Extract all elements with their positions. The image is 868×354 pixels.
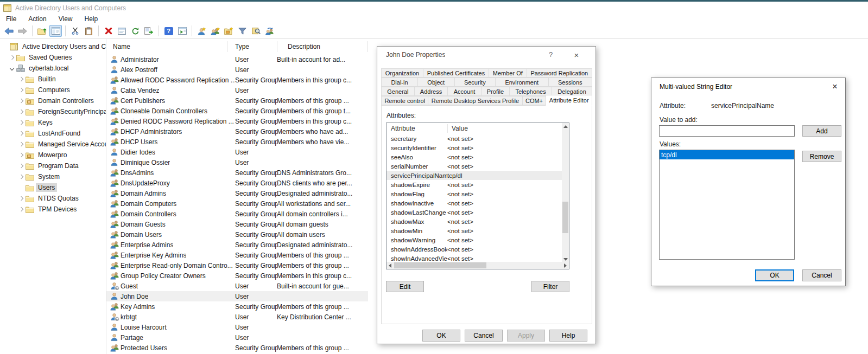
table-row[interactable]: Louise Harcourt User <box>106 322 368 332</box>
tree-item[interactable]: Managed Service Accounts <box>0 139 106 150</box>
table-row[interactable]: Group Policy Creator Owners Security Gro… <box>106 271 368 281</box>
menu-view[interactable]: View <box>53 15 79 23</box>
scrollbar-thumb[interactable] <box>562 202 568 233</box>
properties-icon[interactable] <box>116 25 128 37</box>
back-icon[interactable] <box>3 25 15 37</box>
table-row[interactable]: Key Admins Security Group... Members of … <box>106 301 368 312</box>
table-row[interactable]: Cert Publishers Security Group... Member… <box>106 95 368 106</box>
tree-item[interactable]: Computers <box>0 85 106 95</box>
tab-object[interactable]: Object <box>417 78 455 87</box>
paste-icon[interactable] <box>83 25 95 37</box>
close-icon[interactable]: × <box>568 49 585 60</box>
show-console-tree-icon[interactable] <box>49 25 62 37</box>
table-row[interactable]: Protected Users Security Group... Member… <box>106 343 368 353</box>
expander-icon[interactable] <box>17 151 26 159</box>
expander-icon[interactable] <box>8 64 16 73</box>
value-column-header[interactable]: Value <box>452 125 468 132</box>
expander-icon[interactable] <box>8 53 16 62</box>
scroll-right-icon[interactable] <box>562 262 569 269</box>
tab-password-replication[interactable]: Password Replication <box>527 68 592 78</box>
menu-file[interactable]: File <box>0 15 22 23</box>
forward-icon[interactable] <box>16 25 29 37</box>
refresh-icon[interactable] <box>129 25 142 37</box>
table-row[interactable]: Enterprise Key Admins Security Group... … <box>106 250 368 260</box>
filter-button[interactable]: Filter <box>531 281 569 292</box>
tab-remote-desktop-services-profile[interactable]: Remote Desktop Services Profile <box>428 96 522 105</box>
scroll-up-icon[interactable] <box>562 123 569 130</box>
table-row[interactable]: Cloneable Domain Controllers Security Gr… <box>106 106 368 116</box>
tree-item[interactable]: TPM Devices <box>0 204 106 215</box>
column-header-name[interactable]: Name <box>113 43 130 50</box>
cancel-button[interactable]: Cancel <box>802 269 841 281</box>
column-divider[interactable] <box>277 41 277 52</box>
table-row[interactable]: Allowed RODC Password Replication ... Se… <box>106 75 368 85</box>
close-icon[interactable]: × <box>828 81 842 92</box>
filter-icon[interactable] <box>236 25 249 37</box>
tab-security[interactable]: Security <box>454 78 496 87</box>
delete-icon[interactable] <box>102 25 115 37</box>
table-row[interactable]: Alex Postroff User <box>106 65 368 75</box>
expander-icon[interactable] <box>17 96 26 105</box>
up-one-level-icon[interactable] <box>36 25 48 37</box>
set-permissions-icon[interactable] <box>263 25 276 37</box>
attribute-row[interactable]: shadowMax <not set> <box>387 217 562 226</box>
tree-item[interactable]: Saved Queries <box>0 52 106 63</box>
table-row[interactable]: Denied RODC Password Replication ... Sec… <box>106 116 368 126</box>
tree-item[interactable]: Users <box>0 182 106 193</box>
table-row[interactable]: DnsUpdateProxy Security Group... DNS cli… <box>106 178 368 188</box>
new-group-icon[interactable] <box>209 25 221 37</box>
tree-item[interactable]: Domain Controllers <box>0 95 106 106</box>
table-row[interactable]: DHCP Administrators Security Group... Me… <box>106 126 368 137</box>
tab-general[interactable]: General <box>381 87 415 96</box>
attribute-row[interactable]: shadowFlag <not set> <box>387 189 562 198</box>
ok-button[interactable]: OK <box>422 330 460 342</box>
expander-icon[interactable] <box>17 172 26 181</box>
table-row[interactable]: Guest User Built-in account for gue... <box>106 281 368 291</box>
expander-icon[interactable] <box>17 118 26 127</box>
tree-item[interactable]: cyberlab.local <box>0 63 106 74</box>
attribute-row[interactable]: servicePrincipalName tcp/dl <box>387 171 562 180</box>
tab-address[interactable]: Address <box>414 87 448 96</box>
tree-item[interactable]: Program Data <box>0 160 106 171</box>
expander-icon[interactable] <box>17 162 26 170</box>
add-button[interactable]: Add <box>802 125 841 137</box>
attribute-row[interactable]: shadowWarning <not set> <box>387 235 562 244</box>
tree-item[interactable]: NTDS Quotas <box>0 193 106 204</box>
tab-attribute-editor[interactable]: Attribute Editor <box>546 95 592 106</box>
ok-button[interactable]: OK <box>755 269 794 281</box>
find-icon[interactable] <box>250 25 262 37</box>
table-row[interactable]: Enterprise Admins Security Group... Desi… <box>106 240 368 250</box>
edit-button[interactable]: Edit <box>386 281 424 292</box>
attribute-row[interactable]: shadowMin <not set> <box>387 226 562 235</box>
values-listbox[interactable]: tcp/dl <box>659 150 795 260</box>
tab-remote-control[interactable]: Remote control <box>381 96 428 105</box>
attribute-row[interactable]: secretary <not set> <box>387 134 562 143</box>
console-window-icon[interactable] <box>176 25 188 37</box>
attribute-row[interactable]: serialNumber <not set> <box>387 162 562 171</box>
attribute-row[interactable]: securityIdentifier <not set> <box>387 143 562 152</box>
tree-item[interactable]: System <box>0 171 106 182</box>
export-list-icon[interactable] <box>143 25 155 37</box>
column-divider[interactable] <box>368 41 368 52</box>
table-row[interactable]: krbtgt User Key Distribution Center ... <box>106 312 368 322</box>
expander-icon[interactable] <box>17 86 26 94</box>
table-row[interactable]: Didier Iodes User <box>106 147 368 157</box>
dialog-help-icon[interactable]: ? <box>549 50 553 59</box>
scrollbar-thumb[interactable] <box>394 262 486 268</box>
expander-icon[interactable] <box>17 183 26 192</box>
tab-organization[interactable]: Organization <box>381 68 423 78</box>
table-row[interactable]: Domain Guests Security Group... All doma… <box>106 219 368 229</box>
menu-help[interactable]: Help <box>79 15 104 23</box>
tab-member-of[interactable]: Member Of <box>489 68 527 78</box>
expander-icon[interactable] <box>17 194 26 203</box>
expander-icon[interactable] <box>17 75 26 83</box>
expander-icon[interactable] <box>1 42 10 51</box>
attribute-row[interactable]: showInAddressBook <not set> <box>387 244 562 254</box>
table-row[interactable]: John Doe User <box>106 291 368 301</box>
horizontal-scrollbar[interactable] <box>387 262 569 269</box>
tree-item[interactable]: LostAndFound <box>0 128 106 139</box>
scroll-left-icon[interactable] <box>387 262 394 269</box>
tree-item[interactable]: Active Directory Users and Com <box>0 41 106 52</box>
remove-button[interactable]: Remove <box>802 151 841 162</box>
help-icon[interactable]: ? <box>162 25 175 37</box>
